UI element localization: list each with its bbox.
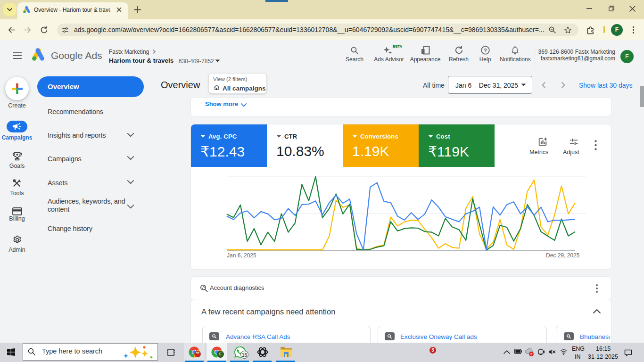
svg-text:?: ? [484,48,487,53]
